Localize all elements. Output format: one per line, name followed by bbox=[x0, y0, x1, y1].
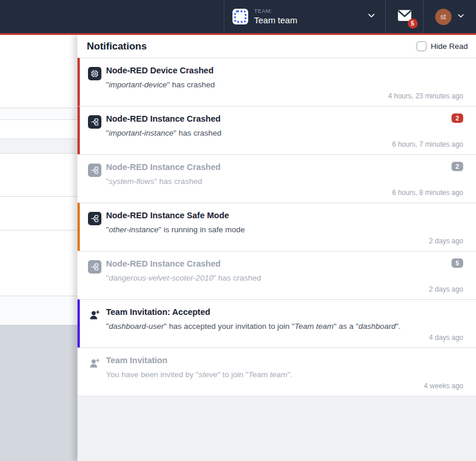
notification-timestamp: 6 hours, 8 minutes ago bbox=[392, 189, 463, 197]
notification-count-badge: 5 bbox=[452, 258, 463, 268]
user-add-icon bbox=[88, 308, 101, 322]
instance-pipeline-icon bbox=[88, 115, 101, 129]
instance-pipeline-icon bbox=[88, 164, 101, 177]
notification-icon-column bbox=[88, 114, 101, 154]
notification-message: "dangerous-velvet-scoter-2010" has crash… bbox=[106, 273, 463, 283]
team-name: Team team bbox=[254, 15, 297, 25]
table-row-line bbox=[0, 230, 82, 230]
table-row-shade bbox=[0, 108, 82, 119]
notification-body: Team Invitation: Accepted "dashboard-use… bbox=[101, 307, 463, 347]
notification-message: "important-instance" has crashed bbox=[106, 128, 463, 139]
notification-message: "system-flows" has crashed bbox=[106, 176, 463, 187]
notifications-panel: Notifications Hide Read Node-RED Device … bbox=[77, 35, 476, 461]
hide-read-label: Hide Read bbox=[431, 42, 468, 51]
notification-icon-column bbox=[88, 258, 101, 299]
notification-title: Node-RED Instance Crashed bbox=[106, 114, 463, 125]
notification-message: You have been invited by "steve" to join… bbox=[106, 370, 463, 380]
notification-title: Team Invitation bbox=[106, 355, 463, 366]
notification-timestamp: 4 days ago bbox=[429, 334, 463, 342]
notification-item[interactable]: Node-RED Instance Crashed "system-flows"… bbox=[77, 154, 476, 203]
notification-icon-column bbox=[88, 65, 101, 106]
notification-message: "important-device" has crashed bbox=[106, 80, 463, 90]
table-row-line bbox=[0, 153, 82, 154]
device-chip-icon bbox=[88, 67, 101, 80]
top-navbar: TEAM: Team team 5 st bbox=[0, 0, 476, 33]
notification-title: Node-RED Instance Crashed bbox=[106, 258, 463, 269]
notification-timestamp: 4 hours, 23 minutes ago bbox=[388, 92, 463, 100]
notification-icon-column bbox=[88, 307, 101, 347]
instance-pipeline-icon bbox=[88, 260, 101, 274]
notification-count-badge: 2 bbox=[452, 162, 463, 171]
notification-item[interactable]: Team Invitation: Accepted "dashboard-use… bbox=[77, 299, 476, 347]
notification-title: Node-RED Instance Safe Mode bbox=[106, 210, 463, 221]
page-title: Notifications bbox=[87, 41, 147, 52]
notification-icon-column bbox=[88, 210, 101, 251]
notification-body: Node-RED Instance Crashed "dangerous-vel… bbox=[101, 258, 463, 299]
notifications-header: Notifications Hide Read bbox=[77, 35, 476, 58]
hide-read-toggle[interactable]: Hide Read bbox=[417, 41, 468, 51]
mail-icon: 5 bbox=[397, 9, 412, 24]
notification-timestamp: 2 days ago bbox=[429, 237, 463, 245]
notification-icon-column bbox=[88, 162, 101, 203]
team-label: TEAM: bbox=[254, 8, 297, 15]
table-row-line bbox=[0, 296, 82, 296]
notification-title: Node-RED Device Crashed bbox=[106, 65, 463, 76]
notification-item[interactable]: Node-RED Device Crashed "important-devic… bbox=[77, 58, 476, 106]
instance-pipeline-icon bbox=[88, 212, 101, 225]
team-text: TEAM: Team team bbox=[254, 8, 297, 25]
chevron-down-icon bbox=[457, 12, 465, 22]
notification-body: Team Invitation You have been invited by… bbox=[101, 355, 463, 396]
notification-message: "dashboard-user" has accepted your invit… bbox=[106, 321, 463, 332]
table-row-line bbox=[0, 139, 82, 139]
team-pixel-icon bbox=[234, 10, 246, 23]
user-menu[interactable]: st bbox=[423, 0, 476, 33]
notification-message: "other-instance" is running in safe mode bbox=[106, 225, 463, 235]
avatar: st bbox=[435, 9, 452, 25]
notification-list: Node-RED Device Crashed "important-devic… bbox=[77, 58, 476, 396]
table-row-line bbox=[0, 119, 82, 120]
page-footer-area bbox=[0, 325, 82, 461]
notification-item[interactable]: Node-RED Instance Crashed "dangerous-vel… bbox=[77, 251, 476, 299]
chevron-down-icon bbox=[367, 11, 376, 22]
notification-item[interactable]: Team Invitation You have been invited by… bbox=[77, 347, 476, 396]
notification-count-badge: 2 bbox=[452, 114, 463, 123]
notification-item[interactable]: Node-RED Instance Safe Mode "other-insta… bbox=[77, 203, 476, 251]
notification-title: Team Invitation: Accepted bbox=[106, 307, 463, 318]
table-row-shade bbox=[0, 139, 82, 153]
table-row-line bbox=[0, 108, 82, 108]
table-row-line bbox=[0, 196, 82, 197]
user-add-icon bbox=[88, 357, 101, 370]
team-selector[interactable]: TEAM: Team team bbox=[224, 0, 385, 33]
notification-body: Node-RED Instance Safe Mode "other-insta… bbox=[101, 210, 463, 251]
team-avatar bbox=[232, 9, 248, 24]
table-row-shade bbox=[0, 297, 82, 325]
notification-timestamp: 2 days ago bbox=[429, 285, 463, 293]
alert-accent-line bbox=[0, 33, 476, 35]
notifications-bell-button[interactable]: 5 bbox=[385, 0, 423, 33]
notification-icon-column bbox=[88, 355, 101, 396]
notification-item[interactable]: Node-RED Instance Crashed "important-ins… bbox=[77, 106, 476, 154]
notification-title: Node-RED Instance Crashed bbox=[106, 162, 463, 173]
hide-read-checkbox[interactable] bbox=[417, 41, 426, 51]
notification-timestamp: 4 weeks ago bbox=[424, 382, 463, 390]
unread-count-badge: 5 bbox=[408, 19, 418, 29]
notification-timestamp: 6 hours, 7 minutes ago bbox=[392, 140, 463, 148]
